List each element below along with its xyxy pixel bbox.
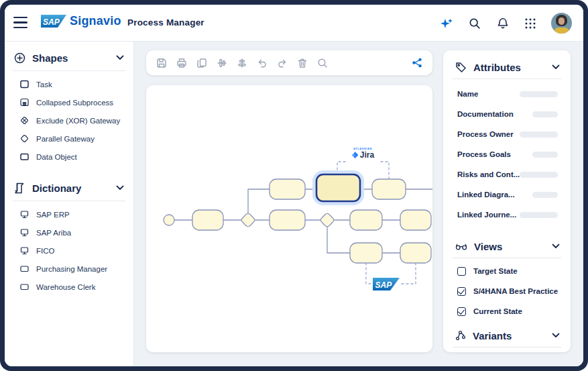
gateway-node[interactable] bbox=[241, 213, 256, 228]
task-node[interactable] bbox=[372, 179, 406, 199]
jira-label: Jira bbox=[360, 150, 374, 160]
svg-text:SAP: SAP bbox=[43, 17, 60, 27]
user-avatar[interactable] bbox=[551, 13, 572, 34]
zoom-search-icon[interactable] bbox=[316, 57, 329, 69]
chevron-down-icon[interactable] bbox=[116, 55, 124, 60]
checkbox-unchecked[interactable] bbox=[457, 267, 466, 276]
share-icon[interactable] bbox=[411, 57, 423, 69]
task-node[interactable] bbox=[192, 210, 223, 230]
right-panel: Attributes Name Documentation Process Ow… bbox=[443, 50, 571, 352]
value-placeholder bbox=[520, 131, 558, 138]
page-title: Process Manager bbox=[127, 17, 204, 28]
dictionary-item-sap-erp[interactable]: SAP ERP bbox=[5, 205, 133, 223]
attr-row-0[interactable]: Name bbox=[443, 84, 571, 104]
diagram-canvas[interactable]: ATLASSIAN Jira SAP bbox=[146, 85, 432, 352]
attr-row-3[interactable]: Process Goals bbox=[443, 144, 571, 164]
attr-row-1[interactable]: Documentation bbox=[443, 104, 571, 124]
jira-icon bbox=[351, 152, 359, 159]
checkbox-checked[interactable] bbox=[457, 287, 466, 296]
collapsed-subprocess-icon bbox=[20, 98, 29, 107]
gateway-node[interactable] bbox=[320, 213, 335, 228]
divider bbox=[453, 347, 561, 348]
attr-row-4[interactable]: Risks and Cont... bbox=[443, 164, 571, 184]
svg-text:SAP: SAP bbox=[375, 280, 393, 290]
view-row-2[interactable]: Current State bbox=[443, 301, 571, 321]
task-node[interactable] bbox=[400, 243, 431, 263]
chevron-down-icon[interactable] bbox=[552, 333, 560, 338]
task-node[interactable] bbox=[270, 179, 305, 199]
dictionary-book-icon bbox=[14, 182, 25, 194]
redo-icon[interactable] bbox=[276, 57, 288, 69]
hamburger-menu-icon[interactable] bbox=[13, 17, 27, 28]
top-bar: SAP Signavio Process Manager bbox=[5, 5, 583, 42]
views-title: Views bbox=[474, 241, 545, 252]
variants-section-header[interactable]: Variants bbox=[443, 324, 571, 347]
divider bbox=[13, 70, 125, 71]
task-node[interactable] bbox=[350, 210, 382, 230]
system-monitor-icon bbox=[20, 246, 29, 255]
checkbox-checked[interactable] bbox=[457, 307, 466, 316]
data-object-icon bbox=[20, 152, 29, 161]
system-monitor-icon bbox=[20, 228, 29, 237]
shape-item-data-object[interactable]: Data Object bbox=[5, 148, 133, 166]
shape-item-xor-gateway[interactable]: Exclude (XOR) Gateway bbox=[5, 111, 133, 129]
attr-row-2[interactable]: Process Owner bbox=[443, 124, 571, 144]
chevron-down-icon[interactable] bbox=[552, 244, 560, 249]
task-node-selected[interactable] bbox=[316, 174, 360, 201]
delete-icon[interactable] bbox=[296, 57, 308, 69]
search-icon[interactable] bbox=[468, 17, 481, 30]
dictionary-item-fico[interactable]: FICO bbox=[5, 242, 133, 260]
jira-integration-badge: ATLASSIAN Jira bbox=[347, 147, 379, 163]
editor-toolbar bbox=[146, 50, 432, 75]
task-node[interactable] bbox=[350, 243, 382, 263]
print-icon[interactable] bbox=[176, 57, 188, 69]
value-placeholder bbox=[532, 111, 558, 117]
shape-item-collapsed-subprocess[interactable]: Collapsed Subprocess bbox=[5, 93, 133, 111]
value-placeholder bbox=[520, 172, 558, 178]
dictionary-item-sap-ariba[interactable]: SAP Ariba bbox=[5, 223, 133, 242]
align-vertical-icon[interactable] bbox=[236, 57, 248, 69]
bpmn-diagram bbox=[146, 85, 432, 352]
window-frame: SAP Signavio Process Manager S bbox=[0, 0, 588, 371]
view-row-0[interactable]: Target State bbox=[443, 261, 571, 281]
task-node[interactable] bbox=[270, 210, 305, 230]
task-node[interactable] bbox=[400, 210, 431, 230]
dictionary-title: Dictionary bbox=[32, 182, 109, 194]
views-section-header[interactable]: Views bbox=[443, 235, 571, 258]
brand-logo[interactable]: SAP Signavio bbox=[41, 14, 121, 28]
signavio-app: SAP Signavio Process Manager S bbox=[5, 5, 583, 366]
role-icon bbox=[20, 282, 29, 291]
shape-item-parallel-gateway[interactable]: Parallel Gateway bbox=[5, 129, 133, 148]
chevron-down-icon[interactable] bbox=[552, 64, 560, 70]
align-horizontal-icon[interactable] bbox=[216, 57, 228, 69]
dictionary-section-header[interactable]: Dictionary bbox=[5, 178, 133, 198]
attr-row-5[interactable]: Linked Diagra... bbox=[443, 184, 571, 205]
shapes-section-header[interactable]: Shapes bbox=[5, 48, 133, 68]
sparkle-ai-icon[interactable] bbox=[440, 17, 453, 30]
save-icon[interactable] bbox=[156, 57, 168, 69]
attributes-section-header[interactable]: Attributes bbox=[443, 56, 571, 78]
shapes-title: Shapes bbox=[32, 52, 109, 64]
app-grid-icon[interactable] bbox=[524, 17, 536, 30]
value-placeholder bbox=[532, 192, 558, 198]
parallel-gateway-icon bbox=[20, 134, 29, 143]
start-event[interactable] bbox=[164, 215, 174, 225]
role-icon bbox=[20, 264, 29, 273]
view-row-1[interactable]: S/4HANA Best Practice bbox=[443, 281, 571, 301]
variants-title: Variants bbox=[473, 330, 545, 341]
bell-icon[interactable] bbox=[496, 17, 510, 30]
copy-icon[interactable] bbox=[196, 57, 208, 69]
variants-branch-icon bbox=[455, 330, 466, 341]
tag-icon bbox=[455, 62, 467, 73]
sap-integration-badge: SAP bbox=[373, 278, 400, 290]
attr-row-6[interactable]: Linked Journe... bbox=[443, 205, 571, 225]
chevron-down-icon[interactable] bbox=[116, 185, 124, 191]
xor-gateway-icon bbox=[20, 116, 29, 125]
shape-item-task[interactable]: Task bbox=[5, 75, 133, 93]
dictionary-item-purchasing-manager[interactable]: Purchasing Manager bbox=[5, 260, 133, 278]
dictionary-item-warehouse-clerk[interactable]: Warehouse Clerk bbox=[5, 278, 133, 296]
add-shape-icon bbox=[14, 52, 25, 64]
left-sidebar: Shapes Task Collapsed Subprocess Exclude… bbox=[5, 42, 134, 366]
undo-icon[interactable] bbox=[256, 57, 268, 69]
sap-logo-icon: SAP bbox=[41, 15, 66, 28]
